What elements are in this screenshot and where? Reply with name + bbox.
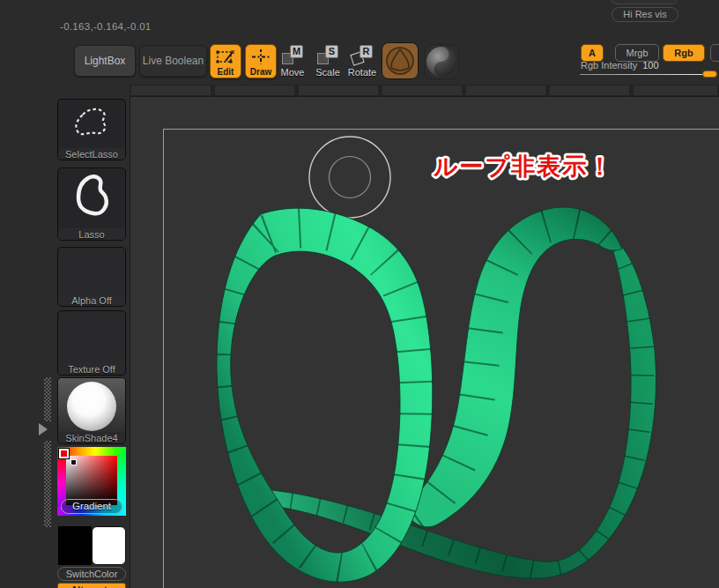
rgb-intensity-slider-handle[interactable] [702, 71, 717, 78]
tray-divider[interactable] [382, 86, 462, 95]
tool-lasso[interactable]: Lasso [57, 167, 126, 241]
color-picker[interactable]: Gradient [57, 447, 126, 516]
edit-label: Edit [211, 67, 241, 77]
divider-drag-strip[interactable] [44, 377, 51, 421]
partial-button-top[interactable] [612, 0, 677, 4]
rgb-intensity: Rgb Intensity100 [581, 60, 659, 71]
swirl-sphere-icon [425, 45, 458, 78]
viewport-canvas[interactable]: ループ非表示！ [130, 96, 719, 588]
switch-color-button[interactable]: SwitchColor [57, 567, 126, 581]
hue-cursor[interactable] [59, 449, 69, 458]
draw-crosshair-icon [250, 49, 271, 64]
current-material-button[interactable] [382, 42, 419, 79]
secondary-color-swatch[interactable] [92, 526, 126, 565]
live-boolean-button[interactable]: Live Boolean [139, 45, 207, 77]
select-lasso-icon [67, 102, 116, 146]
move-button[interactable]: M Move [276, 42, 309, 79]
scale-label: Scale [311, 67, 345, 78]
brush-cursor [309, 137, 390, 218]
material-thumbnail-sphere [67, 382, 116, 431]
m-toggle[interactable]: M [710, 44, 719, 62]
rgb-toggle[interactable]: Rgb [663, 44, 705, 62]
mesh-right-loop [407, 207, 622, 527]
lightbox-button[interactable]: LightBox [74, 45, 136, 77]
tray-divider[interactable] [299, 86, 378, 95]
move-label: Move [276, 67, 309, 78]
a-toggle[interactable]: A [581, 44, 604, 62]
select-lasso-label: SelectLasso [58, 148, 125, 160]
tool-texture[interactable]: Texture Off [57, 310, 126, 376]
tray-divider[interactable] [215, 86, 294, 95]
tray-divider[interactable] [550, 86, 629, 95]
tool-material[interactable]: SkinShade4 [57, 377, 126, 444]
cursor-coordinates: -0.163,-0.164,-0.01 [60, 21, 152, 32]
alpha-label: Alpha Off [58, 294, 125, 307]
annotation-text: ループ非表示！ [434, 153, 613, 180]
material-label: SkinShade4 [58, 432, 125, 444]
hi-res-vis-button[interactable]: Hi Res vis [612, 7, 678, 22]
texture-label: Texture Off [58, 363, 125, 376]
alternate-button[interactable]: Alternate [57, 583, 126, 588]
tray-divider[interactable] [131, 86, 211, 95]
rotate-icon: R [352, 45, 373, 64]
collapse-arrow-icon[interactable] [39, 423, 48, 435]
tool-select-lasso[interactable]: SelectLasso [57, 99, 126, 160]
texture-sphere-button[interactable] [424, 44, 459, 79]
rotate-button[interactable]: R Rotate [345, 42, 379, 79]
move-icon: M [282, 45, 303, 64]
subtool-mesh[interactable] [217, 207, 656, 582]
scale-icon: S [317, 45, 338, 64]
tool-alpha[interactable]: Alpha Off [57, 247, 126, 307]
lasso-icon [67, 171, 116, 226]
gradient-label: Gradient [61, 499, 122, 514]
tray-divider[interactable] [466, 86, 545, 95]
rotate-label: Rotate [345, 67, 379, 78]
rgb-intensity-value: 100 [642, 60, 658, 71]
scale-button[interactable]: S Scale [311, 42, 345, 79]
draw-button[interactable]: Draw [245, 44, 277, 78]
alpha-thumbnail [58, 248, 125, 294]
tray-divider[interactable] [634, 86, 717, 95]
mrgb-toggle[interactable]: Mrgb [615, 44, 659, 62]
mesh-band-facets [263, 249, 642, 569]
sv-cursor[interactable] [70, 459, 77, 465]
rgb-intensity-slider[interactable] [580, 74, 716, 75]
material-sphere-icon [382, 43, 418, 78]
edit-icon [215, 49, 236, 64]
main-color-swatch[interactable] [58, 526, 92, 565]
rgb-intensity-label: Rgb Intensity [581, 60, 637, 71]
texture-thumbnail [58, 311, 125, 363]
lasso-label: Lasso [58, 228, 125, 241]
edit-button[interactable]: Edit [210, 44, 241, 78]
draw-label: Draw [246, 67, 276, 77]
divider-drag-strip[interactable] [44, 441, 51, 527]
